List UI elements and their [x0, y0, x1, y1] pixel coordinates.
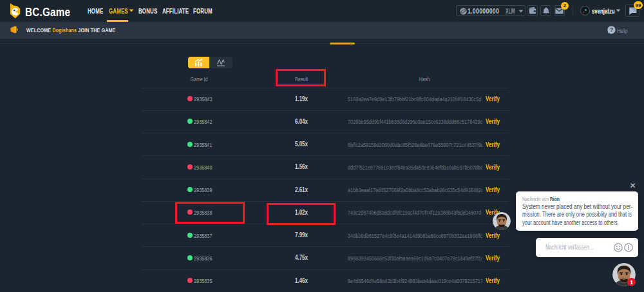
svg-text:?: ? [610, 26, 613, 33]
